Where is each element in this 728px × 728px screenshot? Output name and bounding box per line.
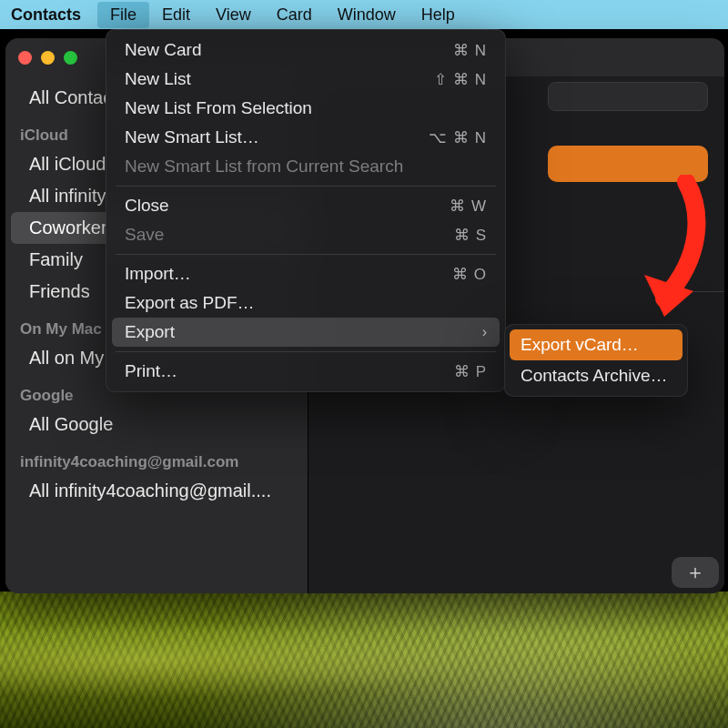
menu-item-label: New List From Selection — [125, 98, 312, 118]
menu-item: Save⌘ S — [112, 220, 500, 249]
export-submenu: Export vCard…Contacts Archive… — [504, 324, 688, 397]
menubar-item-window[interactable]: Window — [325, 2, 409, 28]
submenu-item[interactable]: Contacts Archive… — [510, 360, 682, 391]
zoom-window-button[interactable] — [64, 51, 77, 65]
menu-item: New Smart List from Current Search — [112, 152, 500, 181]
menu-item-shortcut: ⌘ P — [454, 362, 487, 381]
submenu-item[interactable]: Export vCard… — [510, 329, 682, 360]
menu-item[interactable]: Export as PDF… — [112, 288, 500, 318]
menu-item[interactable]: New Smart List…⌥ ⌘ N — [112, 123, 500, 152]
system-menubar: Contacts File Edit View Card Window Help — [0, 0, 728, 29]
menu-item[interactable]: Print…⌘ P — [112, 357, 500, 386]
menu-item-label: Import… — [125, 264, 191, 284]
menu-item-shortcut: ⌘ S — [454, 226, 487, 245]
menu-separator — [116, 351, 496, 352]
menubar-item-help[interactable]: Help — [409, 2, 468, 28]
sidebar-section-gmail: infinity4coaching@gmail.com — [5, 440, 308, 475]
menu-item[interactable]: New List⇧ ⌘ N — [112, 65, 500, 94]
menu-item-shortcut: ⌥ ⌘ N — [429, 128, 487, 147]
content-divider — [652, 291, 724, 292]
menu-item-label: Save — [125, 225, 164, 245]
menu-separator — [116, 254, 496, 255]
menu-item[interactable]: New List From Selection — [112, 94, 500, 123]
traffic-lights — [18, 51, 77, 65]
menu-item[interactable]: Close⌘ W — [112, 191, 500, 220]
menu-item-label: Export — [125, 322, 175, 342]
menubar-item-edit[interactable]: Edit — [149, 2, 203, 28]
menubar-app-name[interactable]: Contacts — [5, 2, 97, 28]
menubar-item-view[interactable]: View — [203, 2, 264, 28]
sidebar-item[interactable]: All Google — [11, 409, 302, 440]
menu-item-label: New Smart List from Current Search — [125, 157, 403, 177]
menu-item-label: New List — [125, 69, 191, 89]
minimize-window-button[interactable] — [41, 51, 55, 65]
menu-item-shortcut: ⌘ O — [452, 265, 487, 284]
menu-item[interactable]: Export› — [112, 318, 500, 347]
menu-item-shortcut: ⌘ N — [453, 41, 487, 60]
menu-item[interactable]: Import…⌘ O — [112, 259, 500, 288]
menu-item-label: Print… — [125, 361, 177, 381]
close-window-button[interactable] — [18, 51, 32, 65]
add-contact-button[interactable]: ＋ — [672, 557, 719, 588]
menu-item-label: Export as PDF… — [125, 293, 255, 313]
plus-icon: ＋ — [685, 559, 705, 586]
menu-item-label: New Smart List… — [125, 127, 259, 147]
menu-item-shortcut: ⇧ ⌘ N — [434, 70, 487, 89]
desktop-wallpaper — [0, 592, 728, 728]
menu-item[interactable]: New Card⌘ N — [112, 35, 500, 65]
sidebar-item[interactable]: All infinity4coaching@gmail.... — [11, 475, 302, 507]
search-input[interactable] — [548, 82, 708, 111]
menu-item-shortcut: ⌘ W — [450, 197, 487, 216]
menubar-item-file[interactable]: File — [97, 2, 149, 28]
menu-item-label: New Card — [125, 40, 201, 60]
menubar-item-card[interactable]: Card — [264, 2, 325, 28]
chevron-right-icon: › — [482, 324, 487, 340]
menu-separator — [116, 186, 496, 187]
selected-contact-card[interactable] — [548, 146, 708, 182]
file-menu: New Card⌘ NNew List⇧ ⌘ NNew List From Se… — [106, 29, 506, 392]
menu-item-label: Close — [125, 196, 169, 216]
